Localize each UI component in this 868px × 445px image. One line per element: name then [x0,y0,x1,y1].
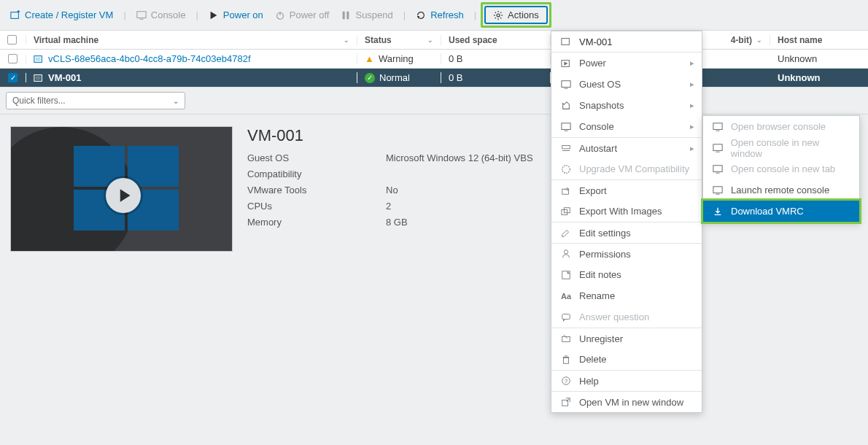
vm-thumbnail[interactable] [10,126,233,252]
menu-item-autostart[interactable]: Autostart▸ [551,137,702,158]
menu-item-help[interactable]: ?Help [551,370,702,391]
submenu-item-download-vmrc[interactable]: Download VMRC [703,201,859,222]
menu-item-edit-settings[interactable]: Edit settings [551,222,702,243]
menu-title: VM-001 [579,36,613,47]
row-host: Unknown [770,53,868,64]
pause-icon [341,10,351,20]
prop-label: VMware Tools [247,185,386,196]
col-vm-label: Virtual machine [34,35,98,45]
monitor-icon [712,185,724,196]
row-vm-name[interactable]: vCLS-68e56aca-4bc0-4cc8-a79b-74c03eb4782… [26,53,357,64]
svg-rect-32 [562,146,570,149]
create-icon [10,10,20,20]
sort-icon: ⌄ [344,36,349,44]
edit-icon [560,228,572,238]
prop-label: Compatibility [247,169,386,179]
select-all-cell[interactable] [0,35,26,44]
chevron-right-icon: ▸ [690,101,694,110]
svg-rect-49 [713,123,722,129]
submenu-item-label: Open console in new window [731,137,850,159]
col-vm[interactable]: Virtual machine⌄ [26,35,357,45]
rename-icon: Aa [560,292,572,301]
row-used: 0 B [441,72,551,83]
menu-item-label: Console [579,121,614,132]
play-icon [117,188,132,203]
submenu-item-launch-remote-console[interactable]: Launch remote console [703,179,859,201]
svg-rect-30 [562,123,570,129]
refresh-button[interactable]: Refresh [410,7,470,23]
table-row[interactable]: VM-001 ✓Normal 0 B Unknown [0,69,868,88]
actions-button[interactable]: Actions [484,6,548,24]
delete-icon [560,355,572,365]
console-icon [560,122,572,132]
menu-item-export-with-images[interactable]: Export With Images [551,201,702,222]
svg-text:?: ? [565,378,568,384]
menu-item-edit-notes[interactable]: Edit notes [551,264,702,285]
svg-line-17 [500,18,501,18]
menu-item-rename[interactable]: AaRename [551,285,702,306]
create-vm-button[interactable]: Create / Register VM [4,7,119,23]
actions-highlight: Actions [481,2,551,28]
col-used[interactable]: Used space [441,35,551,45]
col-status[interactable]: Status⌄ [357,35,441,45]
menu-item-open-vm-in-new-window[interactable]: Open VM in new window [551,391,702,412]
monitor-icon [712,143,724,153]
svg-point-38 [564,250,567,254]
svg-rect-55 [713,186,722,193]
actions-label: Actions [508,9,539,20]
menu-item-console[interactable]: Console▸ [551,116,702,137]
prop-label: Memory [247,217,386,228]
vm-grid: Virtual machine⌄ Status⌄ Used space 4-bi… [0,31,868,88]
prop-value: No [386,185,398,196]
sort-icon: ⌄ [427,36,433,44]
row-check[interactable] [0,54,26,63]
menu-item-unregister[interactable]: Unregister [551,328,702,349]
prop-value: Microsoft Windows 12 (64-bit) VBS [386,152,533,163]
vm-link[interactable]: VM-001 [48,72,82,83]
menu-item-permissions[interactable]: Permissions [551,243,702,264]
play-button[interactable] [106,178,141,213]
menu-item-delete[interactable]: Delete [551,349,702,370]
status-text: Normal [379,72,410,83]
chevron-right-icon: ▸ [690,144,694,153]
poweron-button[interactable]: Power on [203,7,269,23]
table-row[interactable]: vCLS-68e56aca-4bc0-4cc8-a79b-74c03eb4782… [0,50,868,69]
svg-rect-21 [36,57,41,61]
download-icon [712,206,724,217]
submenu-item-label: Download VMRC [731,206,804,217]
menu-item-label: Autostart [579,143,617,154]
svg-rect-51 [713,144,722,150]
menu-item-snapshots[interactable]: Snapshots▸ [551,95,702,116]
actions-menu: VM-001 Power▸Guest OS▸Snapshots▸Console▸… [551,31,702,413]
col-used-label: Used space [449,35,497,45]
poweron-label: Power on [223,9,263,20]
perm-icon [560,249,572,259]
menu-item-power[interactable]: Power▸ [551,53,702,74]
menu-item-upgrade-vm-compatibility: Upgrade VM Compatibility [551,158,702,179]
vm-icon [560,36,572,47]
menu-item-label: Export With Images [579,206,662,217]
svg-marker-5 [210,11,217,19]
row-vm-name[interactable]: VM-001 [26,72,357,83]
autostart-icon [560,143,572,153]
col-host[interactable]: Host name [770,35,868,45]
svg-point-34 [562,165,570,173]
col-host-label: Host name [778,35,822,45]
col-guest-partial: 4-bit) [731,35,752,45]
svg-rect-3 [137,11,146,18]
chevron-right-icon: ▸ [690,58,694,68]
menu-item-export[interactable]: Export [551,179,702,201]
power-icon [560,58,572,69]
download-vmrc-highlight: Download VMRC [701,198,861,224]
poweroff-icon [275,10,285,20]
prop-value: 2 [386,201,391,212]
submenu-item-label: Launch remote console [731,185,829,196]
quick-filter-select[interactable]: Quick filters... ⌄ [6,92,185,109]
menu-item-label: Unregister [579,333,623,344]
row-check[interactable] [0,73,26,82]
row-status: ✓Normal [357,72,441,83]
menu-item-answer-question: Answer question [551,306,702,328]
menu-item-guest-os[interactable]: Guest OS▸ [551,74,702,95]
vm-link[interactable]: vCLS-68e56aca-4bc0-4cc8-a79b-74c03eb4782… [48,53,251,64]
menu-item-label: Power [579,58,606,69]
